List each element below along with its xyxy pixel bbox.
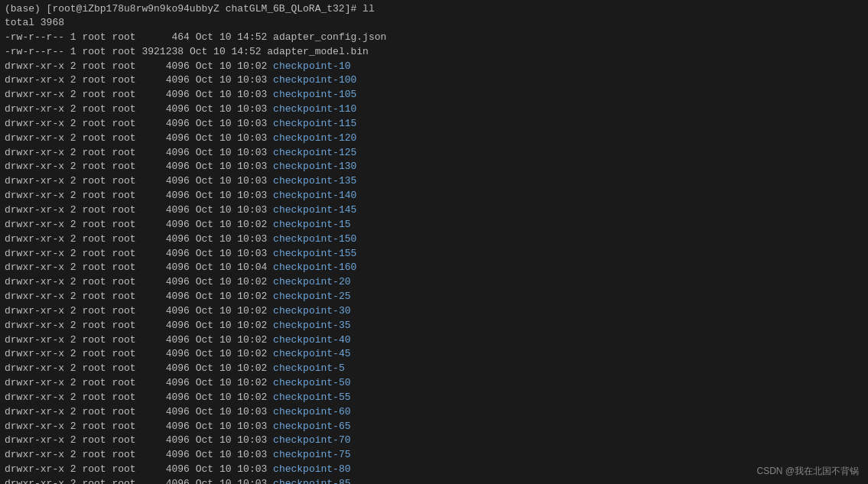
file-name: checkpoint-20 xyxy=(273,275,350,290)
file-name: checkpoint-100 xyxy=(273,73,356,88)
file-permissions: drwxr-xr-x xyxy=(5,333,64,348)
file-name: checkpoint-145 xyxy=(273,203,356,218)
file-permissions: drwxr-xr-x xyxy=(5,391,64,405)
list-item: drwxr-xr-x 2 root root 4096 Oct 10 10:03… xyxy=(5,434,863,448)
file-name: checkpoint-150 xyxy=(273,232,356,247)
watermark: CSDN @我在北国不背锅 xyxy=(756,465,859,478)
list-item: drwxr-xr-x 2 root root 4096 Oct 10 10:03… xyxy=(5,73,863,88)
file-name: checkpoint-115 xyxy=(273,117,356,132)
file-permissions: drwxr-xr-x xyxy=(5,304,64,319)
file-name: checkpoint-60 xyxy=(273,405,350,420)
file-permissions: drwxr-xr-x xyxy=(5,247,64,261)
terminal-window: (base) [root@iZbp178u8rw9n9ko94ubbyZ cha… xyxy=(0,0,868,484)
file-name: checkpoint-5 xyxy=(273,362,345,376)
file-name: adapter_config.json xyxy=(273,31,386,45)
file-name: checkpoint-30 xyxy=(273,304,350,319)
file-name: checkpoint-35 xyxy=(273,319,350,333)
file-name: checkpoint-65 xyxy=(273,420,350,434)
file-permissions: drwxr-xr-x xyxy=(5,275,64,290)
list-item: drwxr-xr-x 2 root root 4096 Oct 10 10:03… xyxy=(5,160,863,174)
list-item: drwxr-xr-x 2 root root 4096 Oct 10 10:02… xyxy=(5,290,863,304)
file-name: checkpoint-160 xyxy=(273,261,356,275)
file-permissions: drwxr-xr-x xyxy=(5,160,64,174)
file-name: checkpoint-50 xyxy=(273,376,350,391)
list-item: drwxr-xr-x 2 root root 4096 Oct 10 10:03… xyxy=(5,463,863,477)
list-item: drwxr-xr-x 2 root root 4096 Oct 10 10:02… xyxy=(5,60,863,74)
file-permissions: drwxr-xr-x xyxy=(5,232,64,247)
file-permissions: drwxr-xr-x xyxy=(5,60,64,74)
list-item: drwxr-xr-x 2 root root 4096 Oct 10 10:02… xyxy=(5,347,863,362)
file-permissions: drwxr-xr-x xyxy=(5,477,64,484)
file-name: checkpoint-25 xyxy=(273,290,350,304)
file-permissions: drwxr-xr-x xyxy=(5,290,64,304)
list-item: drwxr-xr-x 2 root root 4096 Oct 10 10:03… xyxy=(5,117,863,132)
list-item: drwxr-xr-x 2 root root 4096 Oct 10 10:02… xyxy=(5,319,863,333)
file-name: checkpoint-10 xyxy=(273,60,350,74)
list-item: drwxr-xr-x 2 root root 4096 Oct 10 10:03… xyxy=(5,132,863,146)
file-permissions: drwxr-xr-x xyxy=(5,448,64,463)
file-permissions: drwxr-xr-x xyxy=(5,174,64,189)
list-item: drwxr-xr-x 2 root root 4096 Oct 10 10:03… xyxy=(5,232,863,247)
file-permissions: -rw-r--r-- xyxy=(5,45,64,60)
file-permissions: drwxr-xr-x xyxy=(5,189,64,203)
file-name: checkpoint-40 xyxy=(273,333,350,348)
list-item: drwxr-xr-x 2 root root 4096 Oct 10 10:03… xyxy=(5,405,863,420)
file-permissions: drwxr-xr-x xyxy=(5,261,64,275)
file-name: checkpoint-15 xyxy=(273,218,350,232)
file-name: checkpoint-135 xyxy=(273,174,356,189)
file-name: checkpoint-70 xyxy=(273,434,350,448)
file-name: checkpoint-105 xyxy=(273,88,356,102)
file-permissions: drwxr-xr-x xyxy=(5,347,64,362)
list-item: drwxr-xr-x 2 root root 4096 Oct 10 10:03… xyxy=(5,88,863,102)
file-permissions: drwxr-xr-x xyxy=(5,146,64,161)
file-name: checkpoint-45 xyxy=(273,347,350,362)
file-permissions: drwxr-xr-x xyxy=(5,362,64,376)
list-item: drwxr-xr-x 2 root root 4096 Oct 10 10:03… xyxy=(5,203,863,218)
file-name: adapter_model.bin xyxy=(267,45,369,60)
file-name: checkpoint-125 xyxy=(273,146,356,161)
file-permissions: drwxr-xr-x xyxy=(5,420,64,434)
file-permissions: drwxr-xr-x xyxy=(5,102,64,117)
file-name: checkpoint-120 xyxy=(273,132,356,146)
list-item: drwxr-xr-x 2 root root 4096 Oct 10 10:03… xyxy=(5,102,863,117)
file-permissions: drwxr-xr-x xyxy=(5,218,64,232)
list-item: drwxr-xr-x 2 root root 4096 Oct 10 10:02… xyxy=(5,362,863,376)
list-item: drwxr-xr-x 2 root root 4096 Oct 10 10:02… xyxy=(5,218,863,232)
file-name: checkpoint-140 xyxy=(273,189,356,203)
file-name: checkpoint-75 xyxy=(273,448,350,463)
file-permissions: drwxr-xr-x xyxy=(5,319,64,333)
file-permissions: drwxr-xr-x xyxy=(5,434,64,448)
list-item: drwxr-xr-x 2 root root 4096 Oct 10 10:03… xyxy=(5,189,863,203)
file-name: checkpoint-55 xyxy=(273,391,350,405)
file-name: checkpoint-110 xyxy=(273,102,356,117)
file-permissions: drwxr-xr-x xyxy=(5,376,64,391)
file-permissions: drwxr-xr-x xyxy=(5,405,64,420)
file-permissions: drwxr-xr-x xyxy=(5,132,64,146)
list-item: -rw-r--r-- 1 root root 3921238 Oct 10 14… xyxy=(5,45,863,60)
file-name: checkpoint-80 xyxy=(273,463,350,477)
list-item: drwxr-xr-x 2 root root 4096 Oct 10 10:03… xyxy=(5,247,863,261)
list-item: drwxr-xr-x 2 root root 4096 Oct 10 10:03… xyxy=(5,448,863,463)
file-name: checkpoint-130 xyxy=(273,160,356,174)
terminal-title: (base) [root@iZbp178u8rw9n9ko94ubbyZ cha… xyxy=(5,3,863,15)
file-name: checkpoint-155 xyxy=(273,247,356,261)
list-item: drwxr-xr-x 2 root root 4096 Oct 10 10:03… xyxy=(5,146,863,161)
file-permissions: -rw-r--r-- xyxy=(5,31,64,45)
list-item: drwxr-xr-x 2 root root 4096 Oct 10 10:02… xyxy=(5,304,863,319)
list-item: drwxr-xr-x 2 root root 4096 Oct 10 10:04… xyxy=(5,261,863,275)
list-item: drwxr-xr-x 2 root root 4096 Oct 10 10:02… xyxy=(5,376,863,391)
file-permissions: drwxr-xr-x xyxy=(5,203,64,218)
file-permissions: drwxr-xr-x xyxy=(5,73,64,88)
list-item: -rw-r--r-- 1 root root 464 Oct 10 14:52 … xyxy=(5,31,863,45)
list-item: drwxr-xr-x 2 root root 4096 Oct 10 10:03… xyxy=(5,477,863,484)
list-item: drwxr-xr-x 2 root root 4096 Oct 10 10:03… xyxy=(5,420,863,434)
list-item: drwxr-xr-x 2 root root 4096 Oct 10 10:02… xyxy=(5,275,863,290)
list-item: drwxr-xr-x 2 root root 4096 Oct 10 10:03… xyxy=(5,174,863,189)
file-permissions: drwxr-xr-x xyxy=(5,117,64,132)
list-item: drwxr-xr-x 2 root root 4096 Oct 10 10:02… xyxy=(5,391,863,405)
list-item: drwxr-xr-x 2 root root 4096 Oct 10 10:02… xyxy=(5,333,863,348)
file-permissions: drwxr-xr-x xyxy=(5,463,64,477)
total-line: total 3968 xyxy=(5,16,863,31)
file-permissions: drwxr-xr-x xyxy=(5,88,64,102)
file-name: checkpoint-85 xyxy=(273,477,350,484)
